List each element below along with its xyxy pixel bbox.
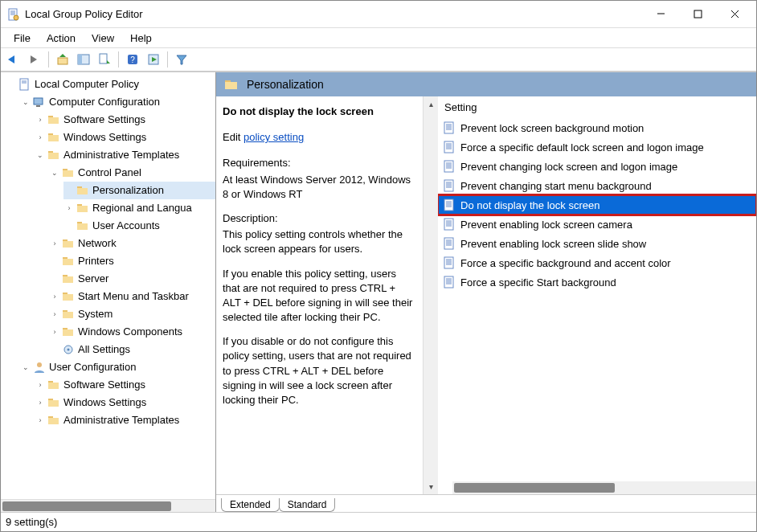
expander-right-icon[interactable]: › <box>35 397 46 408</box>
expander-right-icon[interactable]: › <box>35 415 46 426</box>
expander-right-icon[interactable]: › <box>49 291 60 302</box>
forward-button[interactable] <box>25 50 44 69</box>
folder-icon <box>62 308 75 321</box>
up-button[interactable] <box>53 50 72 69</box>
properties-button[interactable] <box>144 50 163 69</box>
expander-down-icon[interactable]: ⌄ <box>35 149 46 161</box>
show-hide-tree-button[interactable] <box>74 50 93 69</box>
svg-text:?: ? <box>130 55 135 64</box>
tree-start-menu-taskbar[interactable]: ›Start Menu and Taskbar <box>49 288 215 305</box>
svg-rect-22 <box>20 79 28 90</box>
setting-item[interactable]: Prevent enabling lock screen slide show <box>438 234 756 253</box>
policy-setting-icon <box>443 160 456 173</box>
tree-horizontal-scrollbar[interactable] <box>1 499 215 512</box>
svg-rect-28 <box>48 117 59 124</box>
tree-uc-admin-templates[interactable]: ›Administrative Templates <box>35 411 215 429</box>
back-button[interactable] <box>4 50 23 69</box>
edit-policy-link[interactable]: policy setting <box>243 131 304 143</box>
tree-software-settings[interactable]: ›Software Settings <box>35 111 215 129</box>
content-row: Do not display the lock screen Edit poli… <box>216 96 756 494</box>
vertical-scrollbar[interactable]: ▴ ▾ <box>424 96 438 494</box>
expander-down-icon[interactable]: ⌄ <box>49 167 60 178</box>
expander-right-icon[interactable]: › <box>35 379 46 391</box>
tree-administrative-templates[interactable]: ⌄Administrative Templates <box>35 146 215 164</box>
export-list-button[interactable] <box>95 50 114 69</box>
policy-tree[interactable]: Local Computer Policy ⌄ Computer Configu… <box>1 72 215 499</box>
setting-item[interactable]: Prevent changing start menu background <box>438 176 756 195</box>
settings-list[interactable]: Prevent lock screen background motionFor… <box>438 118 756 481</box>
svg-rect-30 <box>48 135 59 141</box>
svg-rect-52 <box>63 329 73 336</box>
svg-point-54 <box>68 349 70 351</box>
tree-personalization[interactable]: Personalization <box>63 182 215 199</box>
toolbar-separator <box>118 51 119 68</box>
tree-label: Printers <box>76 252 116 270</box>
expander-down-icon[interactable]: ⌄ <box>20 362 31 373</box>
expander-right-icon[interactable]: › <box>49 326 60 338</box>
scrollbar-thumb[interactable] <box>2 501 171 511</box>
tree-label: All Settings <box>76 341 132 358</box>
expander-down-icon[interactable]: ⌄ <box>20 96 31 108</box>
expander-right-icon[interactable]: › <box>49 309 60 320</box>
minimize-button[interactable] <box>642 2 679 27</box>
policy-setting-icon <box>443 141 456 153</box>
svg-rect-15 <box>100 54 107 63</box>
setting-item[interactable]: Prevent enabling lock screen camera <box>438 215 756 234</box>
menu-file[interactable]: File <box>6 31 39 46</box>
svg-rect-25 <box>34 98 43 104</box>
svg-rect-48 <box>63 294 73 301</box>
setting-item[interactable]: Do not display the lock screen <box>438 195 756 215</box>
filter-button[interactable] <box>172 50 191 69</box>
maximize-button[interactable] <box>679 2 716 27</box>
setting-item[interactable]: Prevent changing lock screen and logon i… <box>438 157 756 176</box>
menu-help[interactable]: Help <box>122 31 160 46</box>
tree-label: Windows Settings <box>62 129 148 146</box>
tree-regional-language[interactable]: ›Regional and Langua <box>63 199 215 217</box>
column-header-setting[interactable]: Setting <box>438 96 756 118</box>
scroll-up-icon[interactable]: ▴ <box>429 100 433 108</box>
folder-icon <box>47 131 60 144</box>
folder-icon <box>47 396 60 409</box>
expander-right-icon[interactable]: › <box>35 114 46 125</box>
menu-action[interactable]: Action <box>39 31 84 46</box>
expander-right-icon[interactable]: › <box>63 203 75 214</box>
tab-standard[interactable]: Standard <box>279 498 336 512</box>
folder-icon <box>47 113 60 126</box>
list-horizontal-scrollbar[interactable] <box>452 481 756 494</box>
scroll-down-icon[interactable]: ▾ <box>429 482 433 491</box>
tree-label: Start Menu and Taskbar <box>76 288 190 305</box>
svg-rect-61 <box>48 418 59 424</box>
close-button[interactable] <box>716 2 753 27</box>
menu-view[interactable]: View <box>84 31 122 46</box>
help-button[interactable]: ? <box>123 50 142 69</box>
setting-item[interactable]: Prevent lock screen background motion <box>438 118 756 137</box>
tree-uc-software-settings[interactable]: ›Software Settings <box>35 376 215 394</box>
expander-right-icon[interactable]: › <box>49 238 60 249</box>
folder-icon <box>76 202 89 215</box>
tree-printers[interactable]: Printers <box>49 252 215 270</box>
setting-item[interactable]: Force a specific background and accent c… <box>438 253 756 272</box>
tab-extended[interactable]: Extended <box>221 498 280 512</box>
tree-windows-settings[interactable]: ›Windows Settings <box>35 129 215 146</box>
expander-right-icon[interactable]: › <box>35 132 46 143</box>
tree-control-panel[interactable]: ⌄Control Panel <box>49 164 215 182</box>
tree-network[interactable]: ›Network <box>49 235 215 252</box>
tree-user-configuration[interactable]: ⌄User Configuration <box>20 358 215 376</box>
tree-computer-configuration[interactable]: ⌄ Computer Configuration <box>20 93 215 111</box>
setting-label: Prevent enabling lock screen camera <box>460 219 632 231</box>
policy-setting-icon <box>443 276 456 289</box>
titlebar: Local Group Policy Editor <box>1 1 756 28</box>
setting-item[interactable]: Force a specific Start background <box>438 272 756 292</box>
tree-root[interactable]: Local Computer Policy <box>6 76 215 93</box>
tree-windows-components[interactable]: ›Windows Components <box>49 323 215 341</box>
tree-system[interactable]: ›System <box>49 305 215 323</box>
tree-user-accounts[interactable]: User Accounts <box>63 217 215 235</box>
svg-marker-21 <box>177 55 186 64</box>
scrollbar-thumb[interactable] <box>454 483 615 493</box>
tree-uc-windows-settings[interactable]: ›Windows Settings <box>35 394 215 411</box>
tree-all-settings[interactable]: All Settings <box>49 341 215 358</box>
folder-icon <box>76 219 89 232</box>
svg-rect-38 <box>77 206 88 212</box>
setting-item[interactable]: Force a specific default lock screen and… <box>438 137 756 157</box>
tree-server[interactable]: Server <box>49 270 215 288</box>
